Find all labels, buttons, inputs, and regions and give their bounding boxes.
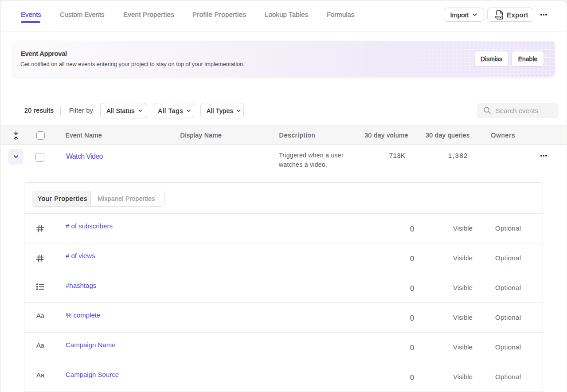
svg-text:csv: csv (495, 15, 502, 19)
